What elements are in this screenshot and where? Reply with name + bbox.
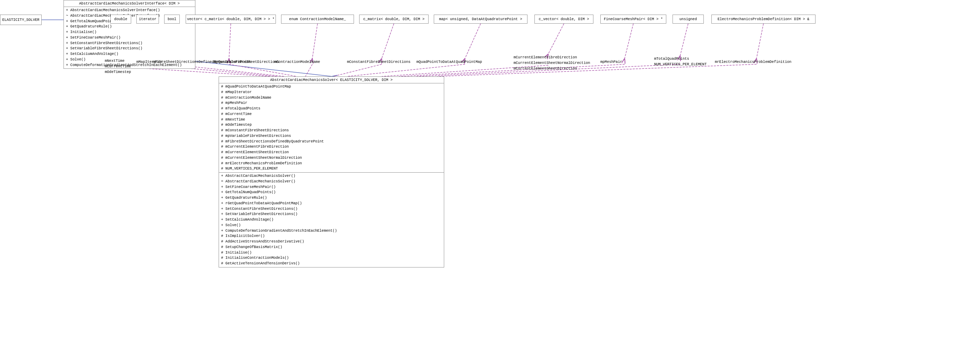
solver-methods: + AbstractCardiacMechanicsSolver() = Abs… — [219, 173, 444, 267]
electro-label: ElectroMechanicsProblemDefinition< DIM >… — [718, 17, 810, 21]
finecoarse-label: FineCoarseMeshPair< DIM > * — [604, 17, 663, 21]
smethod-12: # IsImplicitSolver() — [221, 233, 442, 239]
vector-box: vector< c_matrix< double, DIM, DIM > > * — [186, 14, 276, 24]
interface-box-title: AbstractCardiacMechanicsSolverInterface<… — [64, 0, 195, 7]
cmatrix-box: c_matrix< double, DIM, DIM > — [359, 14, 429, 24]
electro-box: ElectroMechanicsProblemDefinition< DIM >… — [711, 14, 816, 24]
svg-line-14 — [465, 24, 480, 58]
member-9: # mConstantFibreSheetDirections — [221, 128, 442, 133]
smethod-11: + ComputeDeformationGradientAndStretchIn… — [221, 228, 442, 234]
smethod-16: # InitialiseContractionModels() — [221, 255, 442, 261]
iterator-label: iterator — [139, 17, 156, 21]
unsigned-box: unsigned — [673, 14, 704, 24]
label-mrelectro: mrElectroMechanicsProblemDefinition — [715, 60, 792, 64]
label-mquadpoint: mQuadPointToDataAtQuadPointMap — [417, 60, 482, 64]
enum-label: enum ContractionModelName_ — [289, 17, 346, 21]
smethod-6: + rGetQuadPointToDataAtQuadPointMap() — [221, 201, 442, 206]
label-mpvariable: mpVariableFibreSheetDirections — [213, 60, 279, 64]
elasticity-solver-label: ELASTICITY_SOLVER — [2, 18, 39, 22]
label-mcontractionmodelname: mContractionModelName — [274, 60, 320, 64]
enum-box: enum ContractionModelName_ — [281, 14, 354, 24]
elasticity-solver-box: ELASTICITY_SOLVER — [0, 14, 41, 25]
svg-line-20 — [680, 24, 688, 56]
finecoarse-box: FineCoarseMeshPair< DIM > * — [600, 14, 666, 24]
map-box: map< unsigned, DataAtQuadraturePoint > — [434, 14, 528, 24]
method-7: + SetConstantFibreSheetDirections() — [66, 41, 193, 46]
svg-line-10 — [312, 24, 318, 58]
member-16: # NUM_VERTICES_PER_ELEMENT — [221, 166, 442, 172]
member-4: # mpMeshPair — [221, 100, 442, 106]
iterator-box: iterator — [136, 14, 159, 24]
smethod-1: + AbstractCardiacMechanicsSolver() — [221, 173, 442, 179]
svg-line-11 — [305, 64, 312, 77]
smethod-9: + SetCalciumAndVoltage() — [221, 217, 442, 223]
smethod-7: + SetConstantFibreSheetDirections() — [221, 206, 442, 212]
svg-line-22 — [757, 24, 764, 58]
smethod-5: + GetQuadratureRule() — [221, 195, 442, 201]
smethod-3: + SetFineCoarseMeshPair() — [221, 185, 442, 190]
cvector-label: c_vector< double, DIM > — [539, 17, 589, 21]
smethod-8: + SetVariableFibreSheetDirections() — [221, 212, 442, 217]
label-mconstantfibre: mConstantFibreSheetDirections — [347, 60, 410, 64]
vector-label: vector< c_matrix< double, DIM, DIM > > * — [187, 17, 275, 21]
label-mtotalquadpoints: mTotalQuadPoints NUM_VERTICES_PER_ELEMEN… — [654, 56, 706, 67]
label-mnexttime: mNextTime mCurrentTime mOdeTimestep — [105, 58, 131, 75]
member-13: # mCurrentElementSheetDirection — [221, 150, 442, 155]
member-6: # mCurrentTime — [221, 112, 442, 117]
member-7: # mNextTime — [221, 117, 442, 123]
solver-box: AbstractCardiacMechanicsSolver< ELASTICI… — [219, 77, 444, 268]
smethod-10: + Solve() — [221, 223, 442, 228]
smethod-17: # GetActiveTensionAndTensionDerivs() — [221, 261, 442, 266]
label-mpmeshpair: mpMeshPair — [600, 60, 622, 64]
smethod-13: # AddActiveStressAndStressDerivative() — [221, 239, 442, 244]
label-mcurrentelement: mCurrentElementFibreDirection mCurrentEl… — [514, 55, 590, 71]
smethod-4: + GetTotalNumQuadPoints() — [221, 190, 442, 195]
method-4: + GetQuadratureRule() — [66, 24, 193, 30]
svg-line-18 — [625, 24, 633, 58]
map-label: map< unsigned, DataAtQuadraturePoint > — [439, 17, 522, 21]
double-label: double — [114, 17, 127, 21]
svg-line-19 — [399, 64, 625, 77]
member-3: # mContractionModelName — [221, 95, 442, 101]
svg-line-16 — [548, 24, 564, 54]
bool-box: bool — [164, 14, 180, 24]
cvector-box: c_vector< double, DIM > — [535, 14, 593, 24]
cmatrix-label: c_matrix< double, DIM, DIM > — [363, 17, 425, 21]
unsigned-label: unsigned — [679, 17, 697, 21]
solver-box-title: AbstractCardiacMechanicsSolver< ELASTICI… — [219, 77, 444, 83]
svg-line-13 — [333, 64, 382, 77]
member-1: # mQuadPointToDataAtQuadPointMap — [221, 84, 442, 89]
method-1: + AbstractCardiacMechanicsSolverInterfac… — [66, 8, 193, 13]
double-box: double — [110, 14, 131, 24]
smethod-15: # Initialise() — [221, 250, 442, 256]
member-10: # mpVariableFibreSheetDirections — [221, 133, 442, 139]
member-14: # mCurrentElementSheetNormalDirection — [221, 155, 442, 161]
svg-line-15 — [347, 64, 465, 77]
member-11: # mFibreSheetDirectionsDefinedByQuadratu… — [221, 139, 442, 145]
svg-line-12 — [382, 24, 394, 58]
member-12: # mCurrentElementFibreDirection — [221, 144, 442, 150]
diagram-container: ELASTICITY_SOLVER AbstractCardiacMechani… — [0, 0, 980, 338]
solver-protected-members: # mQuadPointToDataAtQuadPointMap # mMapI… — [219, 83, 444, 173]
member-15: # mrElectroMechanicsProblemDefinition — [221, 161, 442, 166]
bool-label: bool — [168, 17, 176, 21]
method-5: + Initialise() — [66, 30, 193, 35]
member-2: # mMapIterator — [221, 89, 442, 95]
method-6: + SetFineCoarseMeshPair() — [66, 35, 193, 41]
smethod-2: = AbstractCardiacMechanicsSolver() — [221, 179, 442, 185]
member-5: # mTotalQuadPoints — [221, 106, 442, 112]
svg-line-9 — [229, 64, 297, 77]
svg-line-8 — [229, 24, 231, 58]
method-8: + SetVariableFibreSheetDirections() — [66, 46, 193, 51]
member-8: # mOdeTimestep — [221, 122, 442, 128]
svg-line-23 — [437, 64, 757, 77]
smethod-14: # SetupChangeOfBasisMatrix() — [221, 244, 442, 250]
method-9: + SetCalciumAndVoltage() — [66, 51, 193, 57]
